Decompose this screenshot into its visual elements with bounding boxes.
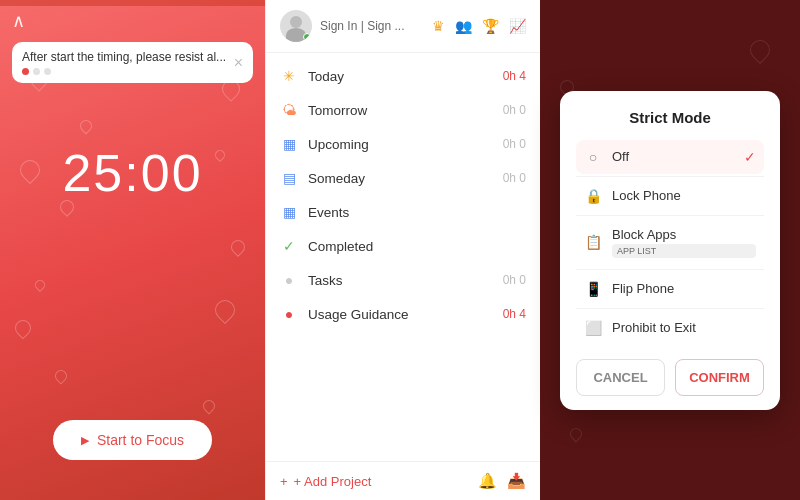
nav-label-tomorrow: Tomorrow — [308, 103, 493, 118]
middle-header: Sign In | Sign ... ♛ 👥 🏆 📈 — [266, 0, 540, 53]
modal-label-off: Off — [612, 149, 734, 164]
cancel-button[interactable]: CANCEL — [576, 359, 665, 396]
add-project-button[interactable]: + + Add Project — [280, 474, 371, 489]
dot-3 — [44, 68, 51, 75]
modal-label-block-apps: Block Apps — [612, 227, 756, 242]
divider-3 — [576, 269, 764, 270]
drop-5 — [33, 278, 47, 292]
off-icon: ○ — [584, 149, 602, 165]
strict-mode-modal: Strict Mode ○ Off ✓ 🔒 Lock Phone 📋 Block… — [560, 91, 780, 410]
divider-1 — [576, 176, 764, 177]
middle-panel: Sign In | Sign ... ♛ 👥 🏆 📈 ✳ Today 0h 4 … — [265, 0, 540, 500]
chart-icon: 📈 — [509, 18, 526, 34]
bell-icon[interactable]: 🔔 — [478, 472, 497, 490]
nav-list: ✳ Today 0h 4 🌤 Tomorrow 0h 0 ▦ Upcoming … — [266, 53, 540, 461]
modal-title: Strict Mode — [576, 109, 764, 126]
dot-2 — [33, 68, 40, 75]
prohibit-icon: ⬜ — [584, 320, 602, 336]
drop-9 — [213, 148, 227, 162]
modal-label-prohibit-exit: Prohibit to Exit — [612, 320, 756, 335]
nav-item-events[interactable]: ▦ Events — [266, 195, 540, 229]
events-icon: ▦ — [280, 204, 298, 220]
upcoming-icon: ▦ — [280, 136, 298, 152]
drop-6 — [12, 317, 35, 340]
header-icons: ♛ 👥 🏆 📈 — [432, 18, 526, 34]
flip-phone-icon: 📱 — [584, 281, 602, 297]
app-list-badge[interactable]: APP LIST — [612, 244, 756, 258]
modal-option-off[interactable]: ○ Off ✓ — [576, 140, 764, 174]
drop-10 — [228, 237, 248, 257]
tasks-icon: ● — [280, 272, 298, 288]
nav-item-upcoming[interactable]: ▦ Upcoming 0h 0 — [266, 127, 540, 161]
nav-count-usage: 0h 4 — [503, 307, 526, 321]
drop-2 — [78, 118, 95, 135]
tomorrow-icon: 🌤 — [280, 102, 298, 118]
close-icon[interactable]: × — [234, 54, 243, 72]
confirm-button[interactable]: CONFIRM — [675, 359, 764, 396]
nav-item-completed[interactable]: ✓ Completed — [266, 229, 540, 263]
nav-item-usage[interactable]: ● Usage Guidance 0h 4 — [266, 297, 540, 331]
sign-in-text[interactable]: Sign In | Sign ... — [320, 19, 424, 33]
nav-label-someday: Someday — [308, 171, 493, 186]
bottom-icons: 🔔 📥 — [478, 472, 526, 490]
modal-option-block-apps[interactable]: 📋 Block Apps APP LIST — [576, 218, 764, 267]
start-focus-label: Start to Focus — [97, 432, 184, 448]
divider-2 — [576, 215, 764, 216]
nav-item-someday[interactable]: ▤ Someday 0h 0 — [266, 161, 540, 195]
block-apps-icon: 📋 — [584, 234, 602, 250]
bottom-actions: + + Add Project 🔔 📥 — [266, 461, 540, 500]
online-indicator — [303, 33, 311, 41]
task-bar-content: After start the timing, please resist al… — [22, 50, 226, 75]
nav-item-tasks[interactable]: ● Tasks 0h 0 — [266, 263, 540, 297]
add-project-label: + Add Project — [294, 474, 372, 489]
nav-label-tasks: Tasks — [308, 273, 493, 288]
nav-label-events: Events — [308, 205, 516, 220]
nav-count-upcoming: 0h 0 — [503, 137, 526, 151]
nav-label-completed: Completed — [308, 239, 516, 254]
task-dots — [22, 68, 226, 75]
someday-icon: ▤ — [280, 170, 298, 186]
nav-item-today[interactable]: ✳ Today 0h 4 — [266, 59, 540, 93]
left-panel: ∧ After start the timing, please resist … — [0, 0, 265, 500]
timer-display: 25:00 — [62, 143, 202, 203]
nav-count-today: 0h 4 — [503, 69, 526, 83]
nav-label-today: Today — [308, 69, 493, 84]
avatar — [280, 10, 312, 42]
start-focus-button[interactable]: ▶ Start to Focus — [53, 420, 212, 460]
block-apps-sub: Block Apps APP LIST — [612, 227, 756, 258]
nav-item-tomorrow[interactable]: 🌤 Tomorrow 0h 0 — [266, 93, 540, 127]
trophy-icon: 🏆 — [482, 18, 499, 34]
drop-11 — [211, 296, 239, 324]
nav-label-upcoming: Upcoming — [308, 137, 493, 152]
modal-option-flip-phone[interactable]: 📱 Flip Phone — [576, 272, 764, 306]
dot-1 — [22, 68, 29, 75]
modal-buttons: CANCEL CONFIRM — [576, 359, 764, 396]
add-icon: + — [280, 474, 288, 489]
right-panel: Strict Mode ○ Off ✓ 🔒 Lock Phone 📋 Block… — [540, 0, 800, 500]
nav-label-usage: Usage Guidance — [308, 307, 493, 322]
completed-icon: ✓ — [280, 238, 298, 254]
divider-4 — [576, 308, 764, 309]
usage-icon: ● — [280, 306, 298, 322]
modal-label-lock-phone: Lock Phone — [612, 188, 756, 203]
modal-label-flip-phone: Flip Phone — [612, 281, 756, 296]
nav-count-tomorrow: 0h 0 — [503, 103, 526, 117]
top-bar: ∧ — [0, 0, 265, 42]
modal-option-lock-phone[interactable]: 🔒 Lock Phone — [576, 179, 764, 213]
task-text: After start the timing, please resist al… — [22, 50, 226, 64]
modal-option-prohibit-exit[interactable]: ⬜ Prohibit to Exit — [576, 311, 764, 345]
nav-count-someday: 0h 0 — [503, 171, 526, 185]
drop-3 — [16, 156, 44, 184]
play-icon: ▶ — [81, 434, 89, 447]
today-icon: ✳ — [280, 68, 298, 84]
check-icon: ✓ — [744, 149, 756, 165]
users-icon: 👥 — [455, 18, 472, 34]
drop-7 — [53, 368, 70, 385]
nav-count-tasks: 0h 0 — [503, 273, 526, 287]
crown-icon: ♛ — [432, 18, 445, 34]
lock-icon: 🔒 — [584, 188, 602, 204]
inbox-icon[interactable]: 📥 — [507, 472, 526, 490]
task-bar[interactable]: After start the timing, please resist al… — [12, 42, 253, 83]
drop-12 — [201, 398, 218, 415]
chevron-up-icon[interactable]: ∧ — [12, 10, 25, 32]
